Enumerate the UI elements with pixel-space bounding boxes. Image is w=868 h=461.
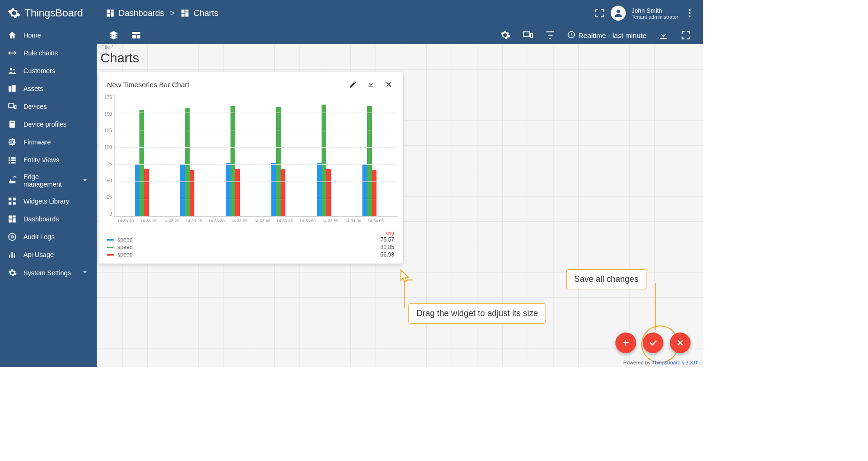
- sidebar-item-widgets-library[interactable]: Widgets Library: [0, 192, 97, 210]
- svg-point-12: [10, 68, 12, 70]
- fullscreen-icon[interactable]: [680, 30, 691, 41]
- bar-blue: [226, 163, 230, 216]
- sidebar-item-api-usage[interactable]: Api Usage: [0, 246, 97, 264]
- chevron-down-icon: [81, 176, 89, 186]
- footer-link[interactable]: Thingsboard v.3.3.0: [652, 360, 697, 365]
- fullscreen-icon[interactable]: [594, 8, 605, 19]
- dashboard-title[interactable]: Charts: [100, 51, 139, 66]
- sidebar-item-firmware[interactable]: Firmware: [0, 133, 97, 151]
- svg-rect-35: [13, 218, 16, 222]
- widget-title: New Timeseries Bar Chart: [107, 81, 189, 89]
- sidebar-item-system-settings[interactable]: System Settings: [0, 264, 97, 282]
- svg-point-37: [9, 234, 16, 241]
- legend-row: speed81.85: [107, 244, 394, 250]
- edit-icon[interactable]: [347, 79, 359, 90]
- brand-logo[interactable]: ThingsBoard: [8, 7, 83, 20]
- title-label: Title *: [100, 44, 139, 50]
- bar-chart-widget[interactable]: New Timeseries Bar Chart 175150125100755…: [99, 72, 403, 264]
- svg-rect-27: [11, 162, 16, 163]
- svg-rect-20: [10, 140, 15, 144]
- user-avatar[interactable]: [611, 6, 626, 21]
- gear-icon[interactable]: [499, 30, 511, 41]
- svg-rect-31: [9, 202, 12, 205]
- svg-rect-15: [12, 85, 16, 92]
- svg-rect-40: [11, 252, 13, 258]
- svg-rect-41: [14, 254, 15, 258]
- chart-icon: [8, 250, 17, 259]
- legend-header: avg: [386, 230, 394, 235]
- bar-red: [326, 169, 331, 216]
- fab-save[interactable]: [643, 333, 663, 353]
- svg-point-10: [689, 12, 691, 14]
- bar-blue: [362, 164, 367, 216]
- widgets-icon: [8, 196, 17, 206]
- download-icon[interactable]: [658, 30, 669, 41]
- time-window[interactable]: Realtime - last minute: [567, 30, 646, 40]
- dashboard-toolbar: Realtime - last minute: [97, 26, 703, 44]
- profile-icon: [8, 120, 17, 129]
- legend-value: 75.57: [380, 236, 394, 243]
- svg-rect-26: [11, 159, 16, 161]
- legend-value: 81.85: [380, 244, 394, 250]
- bar-green: [139, 110, 144, 216]
- svg-rect-0: [107, 10, 110, 13]
- svg-rect-7: [182, 14, 185, 17]
- sidebar-item-audit-logs[interactable]: Audit Logs: [0, 228, 97, 246]
- legend-name: speed: [117, 251, 133, 258]
- legend-name: speed: [117, 244, 133, 250]
- bar-red: [281, 169, 285, 216]
- svg-rect-19: [11, 122, 14, 123]
- legend-name: speed: [117, 236, 133, 243]
- download-icon[interactable]: [365, 79, 376, 90]
- bar-green: [322, 105, 326, 216]
- legend-row: speed75.57: [107, 236, 394, 243]
- fab-add[interactable]: [615, 333, 636, 353]
- devices-icon: [8, 102, 17, 111]
- dashboard-canvas[interactable]: Title * Charts New Timeseries Bar Chart: [97, 44, 703, 367]
- layout-icon[interactable]: [131, 30, 142, 41]
- domain-icon: [8, 84, 17, 93]
- breadcrumb-root[interactable]: Dashboards: [106, 8, 164, 18]
- sidebar-item-customers[interactable]: Customers: [0, 62, 97, 80]
- sidebar-item-devices[interactable]: Devices: [0, 98, 97, 115]
- svg-rect-18: [9, 121, 15, 128]
- fab-cancel[interactable]: [670, 333, 691, 353]
- breadcrumb: Dashboards > Charts: [106, 8, 219, 18]
- svg-rect-39: [9, 255, 10, 258]
- svg-rect-2: [111, 12, 114, 16]
- sidebar-item-home[interactable]: Home: [0, 26, 97, 44]
- sidebar-item-edge-management[interactable]: Edge management: [0, 169, 97, 192]
- entity-alias-icon[interactable]: [522, 30, 533, 41]
- sidebar-item-device-profiles[interactable]: Device profiles: [0, 115, 97, 133]
- svg-rect-16: [9, 104, 14, 107]
- sidebar: Home Rule chains Customers Assets Device…: [0, 26, 97, 367]
- more-vert-icon[interactable]: [684, 8, 695, 19]
- bar-blue: [180, 165, 185, 216]
- svg-rect-28: [9, 181, 15, 183]
- legend-swatch: [107, 254, 114, 256]
- sidebar-item-dashboards[interactable]: Dashboards: [0, 210, 97, 228]
- legend-swatch: [107, 239, 114, 241]
- bar-group: [317, 105, 331, 216]
- svg-rect-44: [137, 35, 140, 38]
- sidebar-item-rule-chains[interactable]: Rule chains: [0, 44, 97, 62]
- bar-green: [276, 107, 281, 216]
- view-icon: [8, 155, 17, 165]
- close-icon[interactable]: [383, 79, 394, 90]
- sidebar-item-assets[interactable]: Assets: [0, 80, 97, 98]
- layers-icon[interactable]: [108, 30, 119, 41]
- sidebar-item-entity-views[interactable]: Entity Views: [0, 151, 97, 169]
- home-icon: [8, 30, 17, 40]
- user-info[interactable]: John Smith Tenant administrator: [631, 7, 678, 20]
- svg-rect-24: [9, 162, 10, 163]
- svg-rect-14: [9, 86, 12, 92]
- filter-icon[interactable]: [545, 30, 556, 41]
- user-name: John Smith: [631, 7, 678, 14]
- svg-rect-32: [13, 202, 16, 205]
- dashboard-icon: [8, 214, 17, 224]
- svg-rect-42: [132, 32, 140, 34]
- svg-point-11: [689, 15, 691, 17]
- bar-red: [144, 169, 149, 216]
- brand-name: ThingsBoard: [24, 7, 83, 19]
- legend-value: 66.98: [380, 251, 394, 258]
